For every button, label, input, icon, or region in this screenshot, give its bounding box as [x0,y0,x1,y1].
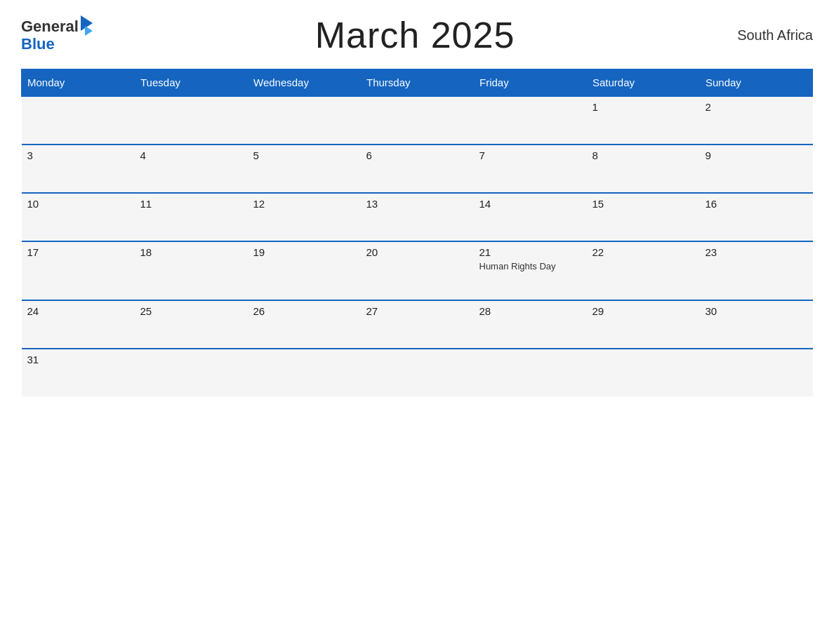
calendar-day-cell: 3 [22,145,135,193]
day-number: 14 [479,198,581,210]
day-number: 24 [27,305,129,317]
day-header-monday: Monday [22,69,135,97]
day-header-wednesday: Wednesday [248,69,361,97]
day-number: 11 [140,198,242,210]
day-header-sunday: Sunday [700,69,813,97]
day-number: 21 [479,246,581,258]
calendar-day-cell: 23 [700,241,813,300]
calendar-week-row: 3456789 [22,145,813,193]
calendar-day-cell [22,96,135,145]
page-header: General Blue March 2025 South Africa [21,14,813,56]
calendar-day-cell: 4 [135,145,248,193]
calendar-day-cell: 15 [587,193,700,241]
day-number: 28 [479,305,581,317]
day-number: 15 [593,198,694,210]
day-number: 13 [366,198,468,210]
event-label: Human Rights Day [479,261,581,271]
calendar-day-cell: 9 [700,145,813,193]
day-number: 30 [706,305,807,317]
calendar-day-cell: 31 [22,349,135,396]
calendar-day-cell [587,349,700,396]
day-number: 10 [27,198,129,210]
calendar-week-row: 1718192021Human Rights Day2223 [22,241,813,300]
calendar-day-cell [248,349,361,396]
logo-general-text: General [21,18,79,35]
day-number: 16 [706,198,807,210]
calendar-day-cell: 8 [587,145,700,193]
day-number: 29 [593,305,694,317]
calendar-week-row: 10111213141516 [22,193,813,241]
day-number: 2 [706,101,807,113]
calendar-day-cell: 28 [474,300,587,349]
calendar-day-cell: 5 [248,145,361,193]
day-number: 25 [140,305,242,317]
day-number: 1 [593,101,694,113]
day-number: 3 [27,149,129,161]
day-number: 8 [593,149,694,161]
calendar-day-cell: 29 [587,300,700,349]
day-number: 22 [593,246,694,258]
calendar-day-cell: 30 [700,300,813,349]
calendar-day-cell: 22 [587,241,700,300]
calendar-day-cell: 19 [248,241,361,300]
day-number: 7 [479,149,581,161]
calendar-day-cell: 6 [361,145,474,193]
calendar-header-row: MondayTuesdayWednesdayThursdayFridaySatu… [22,69,813,97]
calendar-day-cell: 11 [135,193,248,241]
day-number: 31 [27,354,129,365]
day-number: 9 [706,149,807,161]
calendar-day-cell [248,96,361,145]
calendar-day-cell: 18 [135,241,248,300]
calendar-day-cell: 25 [135,300,248,349]
calendar-day-cell: 20 [361,241,474,300]
calendar-day-cell: 24 [22,300,135,349]
calendar-day-cell: 21Human Rights Day [474,241,587,300]
day-number: 23 [706,246,807,258]
day-header-tuesday: Tuesday [135,69,248,97]
day-header-thursday: Thursday [361,69,474,97]
day-number: 4 [140,149,242,161]
calendar-day-cell: 13 [361,193,474,241]
calendar-day-cell: 2 [700,96,813,145]
calendar-day-cell [700,349,813,396]
calendar-day-cell: 26 [248,300,361,349]
calendar-day-cell [135,349,248,396]
logo-blue-text: Blue [21,36,55,53]
page-title: March 2025 [315,14,515,56]
calendar-day-cell: 10 [22,193,135,241]
day-number: 17 [27,246,129,258]
day-number: 12 [253,198,355,210]
calendar-day-cell: 16 [700,193,813,241]
calendar-day-cell [474,96,587,145]
calendar-day-cell [361,349,474,396]
calendar-day-cell [474,349,587,396]
day-number: 19 [253,246,355,258]
calendar-day-cell: 17 [22,241,135,300]
day-number: 6 [366,149,468,161]
day-number: 5 [253,149,355,161]
day-number: 27 [366,305,468,317]
logo-triangle-icon [81,15,93,36]
calendar-day-cell: 27 [361,300,474,349]
day-header-saturday: Saturday [587,69,700,97]
calendar-day-cell: 1 [587,96,700,145]
logo: General Blue [21,17,93,53]
country-label: South Africa [737,27,813,43]
calendar-day-cell [361,96,474,145]
day-header-friday: Friday [474,69,587,97]
calendar-day-cell: 14 [474,193,587,241]
calendar-day-cell [135,96,248,145]
calendar-week-row: 31 [22,349,813,396]
day-number: 18 [140,246,242,258]
calendar-week-row: 12 [22,96,813,145]
calendar-table: MondayTuesdayWednesdayThursdayFridaySatu… [21,69,813,396]
calendar-week-row: 24252627282930 [22,300,813,349]
calendar-day-cell: 12 [248,193,361,241]
day-number: 26 [253,305,355,317]
calendar-day-cell: 7 [474,145,587,193]
day-number: 20 [366,246,468,258]
